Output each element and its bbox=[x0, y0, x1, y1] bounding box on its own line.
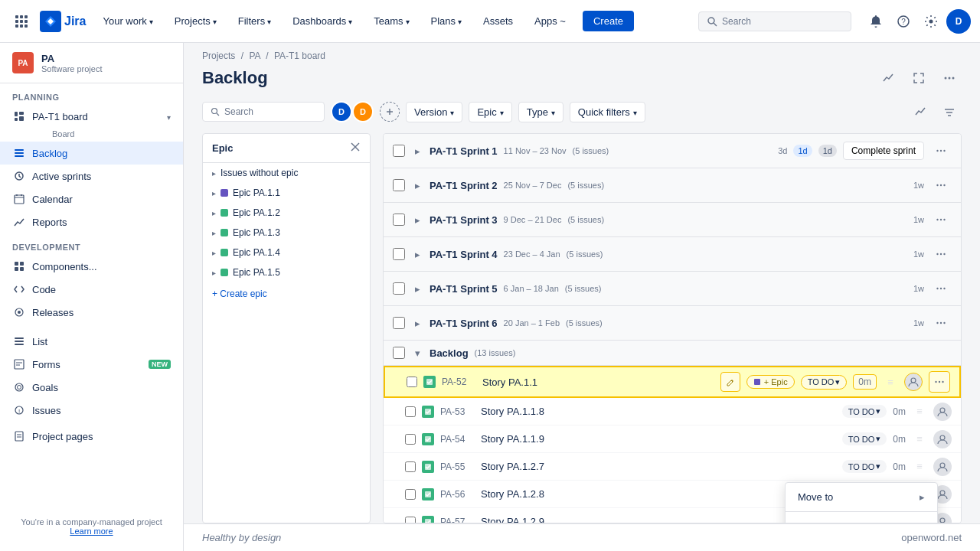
sidebar-item-board[interactable]: PA-T1 board bbox=[0, 105, 183, 128]
sidebar-item-forms[interactable]: Forms NEW bbox=[0, 353, 183, 376]
issue-row-PA-54[interactable]: PA-54 Story PA.1.1.9 TO DO ▾ 0m ≡ bbox=[384, 425, 961, 453]
more-options-icon[interactable] bbox=[937, 66, 962, 90]
issue-status-3[interactable]: TO DO ▾ bbox=[842, 460, 887, 473]
complete-sprint-btn-0[interactable]: Complete sprint bbox=[843, 142, 924, 160]
issue-drag-2[interactable]: ≡ bbox=[912, 432, 927, 447]
grid-menu-icon[interactable] bbox=[9, 9, 34, 34]
notifications-icon[interactable] bbox=[864, 9, 888, 34]
search-box[interactable]: Search bbox=[698, 11, 851, 31]
jira-logo[interactable]: Jira bbox=[40, 11, 86, 32]
sprint-toggle-0[interactable]: ▸ bbox=[411, 145, 423, 157]
create-epic-button[interactable]: + Create epic bbox=[203, 282, 370, 305]
avatar-2[interactable]: D bbox=[352, 101, 374, 122]
sidebar-item-active-sprints[interactable]: Active sprints bbox=[0, 165, 183, 187]
issue-assignee-1[interactable] bbox=[933, 403, 952, 421]
issue-checkbox-3[interactable] bbox=[405, 461, 416, 472]
issue-row-PA-55[interactable]: PA-55 Story PA.1.2.7 TO DO ▾ 0m ≡ bbox=[384, 453, 961, 481]
sprint-checkbox-2[interactable] bbox=[393, 214, 405, 226]
sprint-checkbox-5[interactable] bbox=[393, 317, 405, 329]
issue-drag-3[interactable]: ≡ bbox=[912, 459, 927, 474]
add-assignee-button[interactable] bbox=[380, 102, 400, 122]
breadcrumb-projects[interactable]: Projects bbox=[202, 51, 235, 61]
sprint-more-3[interactable] bbox=[930, 243, 952, 265]
sprint-more-0[interactable] bbox=[930, 140, 952, 161]
issue-assignee-2[interactable] bbox=[933, 430, 952, 448]
issue-status-0[interactable]: TO DO ▾ bbox=[801, 375, 848, 390]
sidebar-item-calendar[interactable]: Calendar bbox=[0, 187, 183, 210]
sprint-toggle-1[interactable]: ▸ bbox=[411, 179, 423, 191]
epic-dropdown[interactable]: Epic bbox=[469, 102, 511, 122]
learn-more-link[interactable]: Learn more bbox=[70, 527, 113, 536]
assets-menu[interactable]: Assets bbox=[475, 11, 521, 31]
issue-row-PA-53[interactable]: PA-53 Story PA.1.1.8 TO DO ▾ 0m ≡ bbox=[384, 398, 961, 425]
sidebar-item-issues[interactable]: ! Issues bbox=[0, 399, 183, 422]
avatar-1[interactable]: D bbox=[331, 101, 352, 122]
toolbar-search[interactable]: Search bbox=[202, 102, 325, 122]
issue-checkbox-2[interactable] bbox=[405, 434, 416, 445]
filters-menu[interactable]: Filters bbox=[230, 11, 279, 31]
issue-status-2[interactable]: TO DO ▾ bbox=[842, 432, 887, 445]
epic-item-1[interactable]: ▸ Epic PA.1.2 bbox=[203, 203, 370, 223]
backlog-toggle[interactable]: ▾ bbox=[411, 347, 423, 359]
type-dropdown[interactable]: Type bbox=[518, 102, 564, 122]
plans-menu[interactable]: Plans bbox=[423, 11, 470, 31]
breadcrumb-board[interactable]: PA-T1 board bbox=[274, 51, 325, 61]
fullscreen-icon[interactable] bbox=[906, 66, 931, 90]
view-settings-icon[interactable] bbox=[908, 99, 933, 124]
issue-edit-btn-0[interactable] bbox=[720, 372, 740, 392]
sidebar-item-reports[interactable]: Reports bbox=[0, 210, 183, 233]
sidebar-item-list[interactable]: List bbox=[0, 330, 183, 353]
issue-assignee-0[interactable] bbox=[904, 373, 923, 391]
sprint-more-5[interactable] bbox=[930, 312, 952, 334]
issue-drag-1[interactable]: ≡ bbox=[912, 404, 927, 419]
user-avatar[interactable]: D bbox=[946, 9, 971, 34]
sprint-toggle-2[interactable]: ▸ bbox=[411, 214, 423, 226]
sidebar-item-releases[interactable]: Releases bbox=[0, 301, 183, 324]
help-icon[interactable]: ? bbox=[891, 9, 916, 34]
issue-checkbox-1[interactable] bbox=[405, 406, 416, 417]
apps-menu[interactable]: Apps ~ bbox=[527, 11, 573, 31]
close-epic-panel-button[interactable] bbox=[350, 142, 361, 155]
sprint-toggle-4[interactable]: ▸ bbox=[411, 282, 423, 295]
sidebar-item-backlog[interactable]: Backlog bbox=[0, 142, 183, 165]
sprint-more-4[interactable] bbox=[930, 278, 952, 299]
issue-assignee-3[interactable] bbox=[933, 458, 952, 476]
issue-checkbox-4[interactable] bbox=[405, 489, 416, 500]
sprint-checkbox-4[interactable] bbox=[393, 282, 405, 295]
epic-item-0[interactable]: ▸ Epic PA.1.1 bbox=[203, 183, 370, 203]
project-header[interactable]: PA PA Software project bbox=[0, 43, 183, 83]
issue-checkbox-5[interactable] bbox=[405, 517, 416, 524]
quick-filters-dropdown[interactable]: Quick filters bbox=[570, 102, 645, 122]
issue-row-PA-52[interactable]: PA-52 Story PA.1.1 + Epic TO DO ▾ 0m ≡ bbox=[384, 366, 961, 398]
sprint-more-1[interactable] bbox=[930, 174, 952, 196]
sprint-checkbox-3[interactable] bbox=[393, 248, 405, 260]
issue-more-0[interactable] bbox=[929, 371, 950, 393]
sprint-more-2[interactable] bbox=[930, 209, 952, 230]
sidebar-item-project-pages[interactable]: Project pages bbox=[0, 425, 183, 448]
issue-drag-0[interactable]: ≡ bbox=[883, 374, 898, 390]
teams-menu[interactable]: Teams bbox=[366, 11, 416, 31]
epic-item-3[interactable]: ▸ Epic PA.1.4 bbox=[203, 243, 370, 262]
epic-item-2[interactable]: ▸ Epic PA.1.3 bbox=[203, 223, 370, 243]
sprint-toggle-3[interactable]: ▸ bbox=[411, 248, 423, 260]
create-button[interactable]: Create bbox=[583, 11, 634, 31]
breadcrumb-pa[interactable]: PA bbox=[249, 51, 260, 61]
sidebar-item-goals[interactable]: Goals bbox=[0, 376, 183, 399]
epic-item-4[interactable]: ▸ Epic PA.1.5 bbox=[203, 262, 370, 282]
backlog-checkbox[interactable] bbox=[393, 347, 405, 359]
projects-menu[interactable]: Projects bbox=[167, 11, 224, 31]
issue-checkbox-0[interactable] bbox=[407, 377, 417, 387]
settings-icon[interactable] bbox=[919, 9, 943, 34]
issue-status-1[interactable]: TO DO ▾ bbox=[842, 405, 887, 418]
your-work-menu[interactable]: Your work bbox=[95, 11, 160, 31]
ctx-move-to[interactable]: Move to ▸ bbox=[786, 486, 937, 508]
filter-settings-icon[interactable] bbox=[937, 99, 962, 124]
version-dropdown[interactable]: Version bbox=[406, 102, 462, 122]
sprint-checkbox-0[interactable] bbox=[393, 145, 405, 157]
insights-icon[interactable] bbox=[876, 66, 900, 90]
issue-epic-tag-0[interactable]: + Epic bbox=[746, 375, 795, 389]
sprint-toggle-5[interactable]: ▸ bbox=[411, 317, 423, 329]
sidebar-item-code[interactable]: Code bbox=[0, 278, 183, 301]
sprint-checkbox-1[interactable] bbox=[393, 179, 405, 191]
sidebar-item-components[interactable]: Components... bbox=[0, 255, 183, 278]
